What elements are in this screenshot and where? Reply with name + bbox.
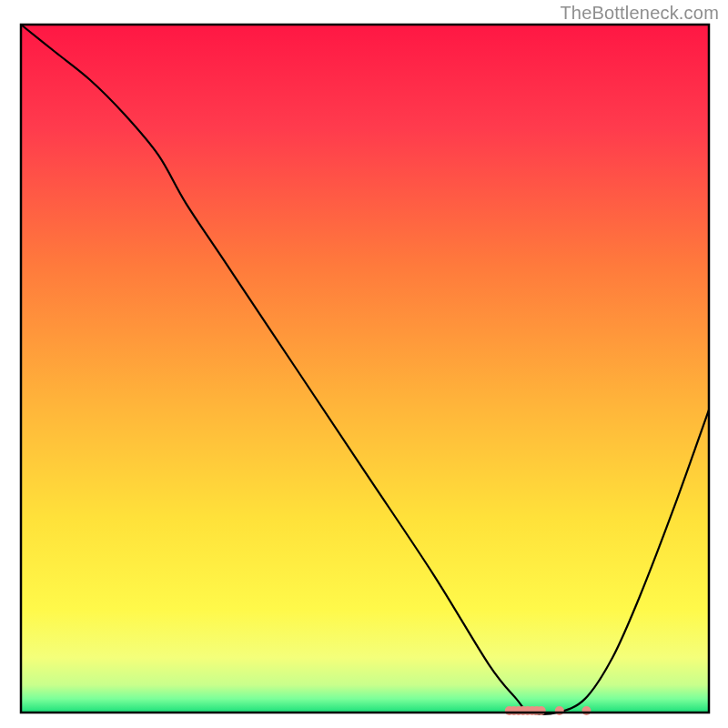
svg-point-7 <box>537 706 546 715</box>
svg-point-9 <box>581 706 591 715</box>
bottleneck-chart <box>0 0 728 728</box>
plot-background <box>21 25 709 713</box>
svg-point-8 <box>555 706 564 715</box>
